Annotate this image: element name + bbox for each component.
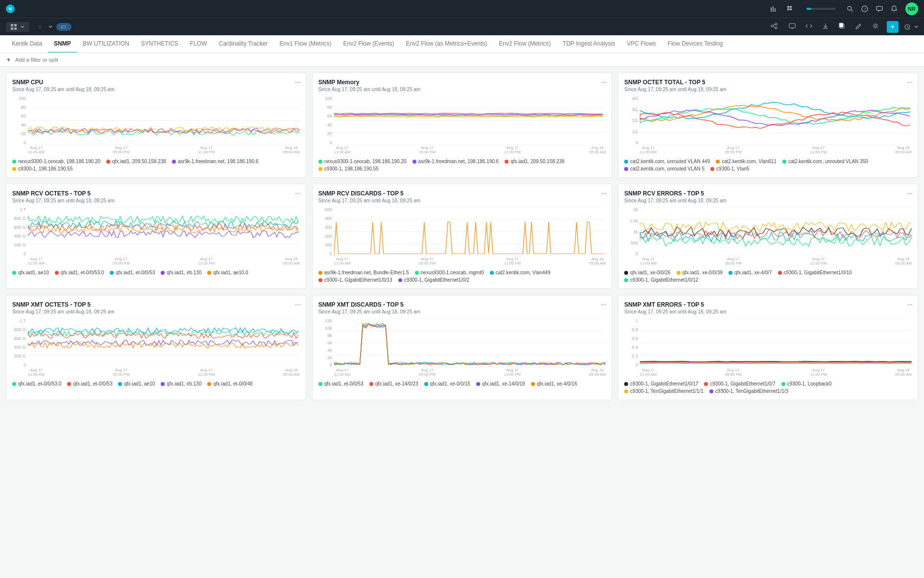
svg-point-7 — [848, 6, 851, 10]
legend-item: c9300-1, 198.186.190.55 — [318, 166, 379, 171]
legend-item: cat2.kentik.com, Vlan611 — [716, 159, 777, 164]
legend-dot — [110, 271, 114, 275]
chart-subtitle-snmp-rcv-octets: Since Aug 17, 09:25 am until Aug 18, 09:… — [12, 198, 300, 203]
code-button[interactable] — [803, 21, 814, 33]
tab-tdp-ingest[interactable]: TDP Ingest Analysis — [557, 35, 621, 53]
legend-label: c9300-1, Loopback0 — [787, 381, 832, 386]
chart-menu-snmp-xmt-discards[interactable]: ··· — [601, 300, 607, 308]
user-avatar[interactable]: NR — [905, 2, 918, 15]
tab-flow[interactable]: FLOW — [184, 35, 213, 53]
progress-bar-fill — [806, 8, 811, 10]
dashboards-button[interactable] — [6, 22, 29, 32]
legend-item: qfx.iad1, xe-14/0/23 — [369, 381, 418, 386]
chart-svg-snmp-xmt-errors — [640, 318, 912, 367]
chart-icon — [770, 5, 777, 12]
legend-label: nexus9300-1.ceocab, mgmt0 — [421, 270, 484, 275]
query-data-link[interactable] — [770, 5, 779, 12]
chat-icon-btn[interactable] — [876, 5, 883, 12]
chart-inner-snmp-cpu — [28, 96, 300, 145]
chart-menu-snmp-octet-total[interactable]: ··· — [907, 78, 913, 86]
logo-circle: N — [6, 4, 15, 13]
x-axis-snmp-xmt-octets: Aug 1711:00 AMAug 1705:00 PMAug 1711:00 … — [28, 368, 300, 377]
copy-button[interactable] — [837, 21, 848, 33]
chart-inner-snmp-octet-total — [640, 96, 912, 145]
chart-title-snmp-cpu: SNMP CPU — [12, 79, 300, 86]
legend-label: qfx.iad1, et-0/0/53 — [324, 381, 364, 386]
svg-rect-11 — [876, 6, 882, 10]
y-axis-snmp-octet-total: 4G3G2G1G0 — [624, 96, 638, 145]
svg-rect-4 — [790, 6, 792, 8]
notification-icon-btn[interactable] — [891, 5, 898, 12]
chart-menu-snmp-xmt-octets[interactable]: ··· — [295, 300, 301, 308]
chart-title-snmp-xmt-discards: SNMP XMT DISCARDS - TOP 5 — [318, 301, 606, 308]
chart-svg-snmp-octet-total — [640, 96, 912, 145]
chart-menu-snmp-rcv-discards[interactable]: ··· — [601, 189, 607, 197]
tab-synthetics[interactable]: SYNTHETICS — [135, 35, 184, 53]
tab-env2-flow-metrics[interactable]: Env2 Flow (Metrics) — [493, 35, 557, 53]
chart-card-snmp-rcv-octets: ···SNMP RCV OCTETS - TOP 5Since Aug 17, … — [6, 184, 306, 289]
legend-dot — [55, 271, 59, 275]
svg-point-13 — [894, 11, 895, 12]
legend-label: qfx.iad1, et-0/0/48 — [213, 381, 252, 386]
default-dropdown-button[interactable] — [904, 24, 918, 30]
edit-button[interactable] — [853, 21, 864, 33]
new-relic-logo[interactable]: N — [6, 4, 17, 13]
add-widget-button[interactable]: + — [887, 21, 899, 33]
download-button[interactable] — [820, 21, 831, 33]
legend-dot — [624, 382, 628, 386]
chart-inner-snmp-xmt-octets — [28, 318, 300, 367]
chart-legend-snmp-xmt-discards: qfx.iad1, et-0/0/53qfx.iad1, xe-14/0/23q… — [318, 381, 606, 386]
copy-icon — [839, 23, 846, 29]
legend-item: cat2.kentik.com, unrouted VLAN 5 — [624, 166, 705, 171]
tab-kentik-data[interactable]: Kentik Data — [6, 35, 48, 53]
apps-link[interactable] — [787, 5, 796, 12]
tab-snmp[interactable]: SNMP — [48, 35, 77, 53]
tab-env1-flow-metrics[interactable]: Env1 Flow (Metrics) — [274, 35, 338, 53]
tab-env2-flow-metrics-events[interactable]: Env2 Flow (as Metrics+Events) — [400, 35, 493, 53]
y-axis-snmp-cpu: 100806040200 — [12, 96, 26, 145]
svg-rect-1 — [773, 6, 774, 12]
svg-rect-23 — [789, 24, 795, 28]
chart-menu-snmp-memory[interactable]: ··· — [601, 78, 607, 86]
legend-label: qfx.iad1, ae10 — [124, 381, 155, 386]
legend-dot — [12, 271, 16, 275]
chart-svg-snmp-rcv-discards — [334, 207, 606, 256]
svg-text:?: ? — [864, 7, 866, 11]
dashboard-content: ···SNMP CPUSince Aug 17, 09:25 am until … — [0, 67, 924, 406]
gear-icon — [872, 23, 879, 29]
legend-item: qfx.iad1, et-0/0/48 — [207, 381, 252, 386]
tab-cardinality-tracker[interactable]: Cardinality Tracker — [213, 35, 274, 53]
x-axis-snmp-memory: Aug 1711:00 AMAug 1705:00 PMAug 1711:00 … — [334, 145, 606, 155]
chart-title-snmp-memory: SNMP Memory — [318, 79, 606, 86]
tab-bw-utilization[interactable]: BW UTILIZATION — [77, 35, 135, 53]
legend-item: cat2.kentik.com, unrouted VLAN 350 — [782, 159, 868, 164]
tv-mode-button[interactable] — [787, 21, 798, 33]
x-axis-snmp-rcv-octets: Aug 1711:00 AMAug 1705:00 PMAug 1711:00 … — [28, 257, 300, 266]
chart-legend-snmp-rcv-octets: qfx.iad1, ae10qfx.iad1, et-0/0/53.0qfx.i… — [12, 270, 300, 275]
legend-item: qfx.iad1, 209.50.158.238 — [106, 159, 166, 164]
chevron-down-default-icon — [914, 25, 918, 29]
tab-flow-devices-testing[interactable]: Flow Devices Testing — [662, 35, 729, 53]
legend-dot — [781, 382, 785, 386]
legend-label: qfx.iad1, irb.130 — [167, 381, 201, 386]
search-icon-btn[interactable] — [847, 5, 853, 12]
legend-dot — [415, 271, 419, 275]
legend-dot — [12, 382, 16, 386]
filter-icon[interactable]: ▼ — [6, 57, 11, 63]
share-button[interactable] — [769, 21, 781, 33]
chart-inner-snmp-memory — [334, 96, 606, 145]
chart-menu-snmp-rcv-octets[interactable]: ··· — [295, 189, 301, 197]
x-axis-snmp-octet-total: Aug 1711:00 AMAug 1705:00 PMAug 1711:00 … — [640, 145, 912, 155]
favorite-star-icon[interactable]: ☆ — [37, 24, 43, 30]
legend-dot — [531, 382, 535, 386]
kentik-data-button[interactable] — [47, 25, 52, 29]
legend-dot — [118, 382, 122, 386]
tab-vpc-flows[interactable]: VPC Flows — [621, 35, 662, 53]
chart-menu-snmp-xmt-errors[interactable]: ··· — [907, 300, 913, 308]
settings-button[interactable] — [870, 21, 881, 33]
help-icon-btn[interactable]: ? — [861, 5, 868, 12]
tab-env2-flow-events[interactable]: Env2 Flow (Events) — [338, 35, 400, 53]
chart-menu-snmp-rcv-errors[interactable]: ··· — [907, 189, 913, 197]
chart-menu-snmp-cpu[interactable]: ··· — [295, 78, 301, 86]
legend-dot — [318, 167, 322, 171]
